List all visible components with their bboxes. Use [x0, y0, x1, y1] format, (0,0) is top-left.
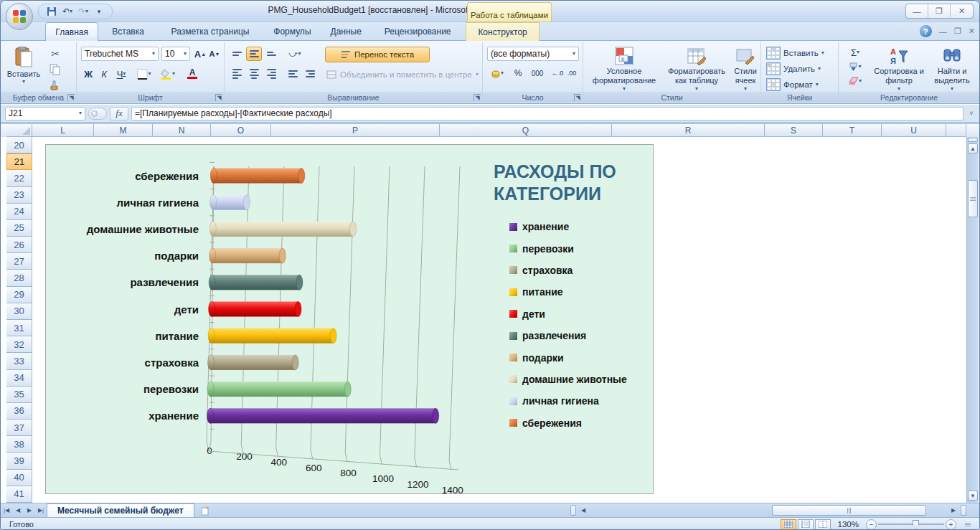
row-header-34[interactable]: 34 — [6, 370, 32, 387]
zoom-in-icon[interactable]: + — [946, 519, 956, 530]
zoom-slider[interactable] — [878, 524, 944, 525]
column-header-L[interactable]: L — [32, 124, 94, 137]
shrink-font-icon[interactable]: А▼ — [207, 47, 222, 61]
row-header-21[interactable]: 21 — [6, 153, 32, 170]
merge-center-button[interactable]: Объединить и поместить в центре ▾ — [325, 67, 480, 82]
alignment-dialog-launcher-icon[interactable]: ◥ — [473, 94, 481, 101]
column-header-P[interactable]: P — [271, 124, 440, 137]
legend-item-страховка[interactable]: страховка — [509, 260, 627, 281]
zoom-slider-thumb[interactable] — [913, 520, 919, 529]
column-header-T[interactable]: T — [823, 124, 882, 137]
wrap-text-button[interactable]: Перенос текста — [325, 47, 430, 62]
select-all-corner[interactable] — [6, 124, 32, 137]
resize-grip[interactable] — [965, 523, 971, 526]
row-header-36[interactable]: 36 — [6, 403, 32, 420]
column-header-M[interactable]: M — [94, 124, 153, 137]
office-button[interactable] — [6, 3, 33, 30]
grow-font-icon[interactable]: А▲ — [193, 47, 207, 61]
align-top-icon[interactable] — [229, 47, 245, 61]
normal-view-icon[interactable] — [781, 519, 796, 530]
delete-cells-button[interactable]: Удалить▾ — [765, 62, 821, 76]
chart-bar-личная гигиена[interactable] — [210, 195, 250, 210]
vertical-scroll-thumb[interactable] — [968, 180, 978, 217]
number-dialog-launcher-icon[interactable]: ◥ — [574, 94, 581, 101]
conditional-formatting-button[interactable]: ≤ Условное форматирование ▾ — [586, 44, 662, 91]
expand-formula-bar-icon[interactable]: ˅ — [966, 107, 976, 120]
scroll-down-icon[interactable]: ▼ — [968, 491, 978, 501]
column-header-S[interactable]: S — [765, 124, 823, 137]
row-header-40[interactable]: 40 — [6, 470, 32, 486]
row-header-39[interactable]: 39 — [6, 453, 32, 469]
chart-bar-развлечения[interactable] — [209, 275, 303, 290]
underline-button[interactable]: Ч▾ — [113, 67, 130, 81]
insert-worksheet-icon[interactable] — [194, 503, 216, 517]
row-header-35[interactable]: 35 — [6, 387, 32, 403]
horizontal-split-handle[interactable] — [570, 505, 576, 516]
row-header-26[interactable]: 26 — [6, 237, 32, 253]
tab-Формулы[interactable]: Формулы — [265, 22, 319, 41]
last-sheet-icon[interactable]: ▶| — [35, 503, 47, 517]
insert-cells-button[interactable]: Вставить▾ — [765, 46, 825, 60]
align-middle-icon[interactable] — [246, 47, 262, 61]
row-header-32[interactable]: 32 — [6, 336, 32, 353]
decrease-indent-icon[interactable] — [285, 67, 301, 81]
qat-customize-icon[interactable]: ▾ — [92, 5, 106, 18]
chart-title[interactable]: РАСХОДЫ ПО КАТЕГОРИИ — [494, 161, 648, 205]
zoom-level[interactable]: 130% — [838, 520, 859, 529]
insert-function-icon[interactable]: fx — [110, 107, 128, 120]
chart-bar-хранение[interactable] — [207, 408, 439, 423]
sort-filter-button[interactable]: АЯ Сортировка и фильтр ▾ — [872, 44, 926, 91]
scroll-right-icon[interactable]: ▶ — [948, 503, 959, 517]
legend-item-хранение[interactable]: хранение — [509, 216, 627, 237]
font-color-icon[interactable]: А — [182, 67, 203, 81]
row-header-25[interactable]: 25 — [6, 220, 32, 237]
font-name-select[interactable]: Trebuchet MS▾ — [81, 47, 159, 61]
bold-button[interactable]: Ж — [81, 67, 95, 81]
row-header-30[interactable]: 30 — [6, 303, 32, 320]
borders-icon[interactable]: ▾ — [134, 67, 154, 81]
row-header-41[interactable]: 41 — [6, 486, 32, 503]
find-select-button[interactable]: Найти и выделить ▾ — [928, 44, 976, 91]
font-dialog-launcher-icon[interactable]: ◥ — [215, 94, 222, 101]
percent-style-icon[interactable]: % — [510, 66, 526, 80]
column-header-O[interactable]: O — [211, 124, 271, 137]
format-painter-icon[interactable] — [47, 78, 64, 93]
tab-Вставка[interactable]: Вставка — [101, 22, 154, 41]
undo-icon[interactable]: ↶▾ — [60, 5, 75, 18]
row-header-33[interactable]: 33 — [6, 353, 32, 369]
column-header-U[interactable]: U — [882, 124, 946, 137]
page-layout-view-icon[interactable] — [798, 519, 814, 530]
row-header-38[interactable]: 38 — [6, 436, 32, 453]
legend-item-питание[interactable]: питание — [509, 281, 627, 303]
align-right-icon[interactable] — [263, 67, 279, 81]
column-header-Q[interactable]: Q — [440, 124, 612, 137]
format-as-table-button[interactable]: Форматировать как таблицу ▾ — [664, 44, 730, 91]
italic-button[interactable]: К — [97, 67, 111, 81]
orientation-icon[interactable]: ⤻▾ — [285, 47, 305, 61]
legend-item-домашние животные[interactable]: домашние животные — [509, 369, 627, 390]
first-sheet-icon[interactable]: |◀ — [1, 503, 12, 517]
zoom-out-icon[interactable]: − — [866, 519, 877, 530]
fill-icon[interactable]: ▾ — [843, 60, 867, 73]
page-break-view-icon[interactable] — [815, 519, 831, 530]
horizontal-scrollbar[interactable] — [589, 504, 948, 516]
row-header-22[interactable]: 22 — [6, 170, 32, 186]
align-bottom-icon[interactable] — [263, 47, 279, 61]
row-header-23[interactable]: 23 — [6, 187, 32, 204]
accounting-format-icon[interactable]: ▾ — [487, 66, 507, 80]
clear-icon[interactable]: ▾ — [843, 75, 867, 87]
horizontal-scroll-thumb[interactable] — [772, 505, 926, 516]
chart-bar-домашние животные[interactable] — [209, 222, 356, 237]
workbook-close-icon[interactable]: ✕ — [969, 27, 975, 36]
tab-Разметка страницы[interactable]: Разметка страницы — [158, 22, 263, 41]
fill-color-icon[interactable]: ▾ — [157, 67, 179, 81]
column-header-R[interactable]: R — [612, 124, 765, 137]
chart-bar-питание[interactable] — [208, 328, 336, 344]
column-header-N[interactable]: N — [153, 124, 211, 137]
chart-bar-подарки[interactable] — [209, 248, 286, 263]
paste-button[interactable]: Вставить ▾ — [5, 44, 42, 84]
decrease-decimal-icon[interactable]: .00 — [565, 66, 579, 80]
copy-icon[interactable] — [47, 62, 64, 77]
legend-item-дети[interactable]: дети — [509, 303, 627, 325]
number-format-select[interactable]: (все форматы)▾ — [487, 47, 579, 61]
